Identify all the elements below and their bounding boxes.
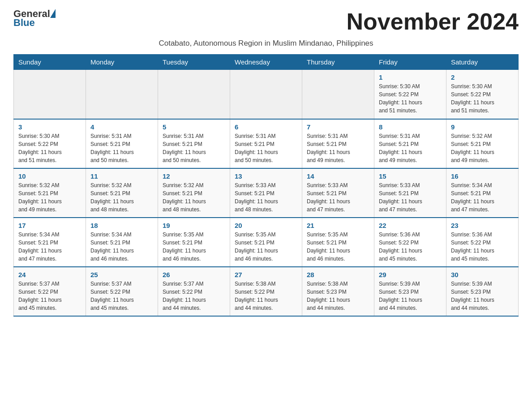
day-number: 15: [379, 172, 442, 180]
day-number: 27: [235, 271, 297, 278]
day-info: Sunrise: 5:31 AM Sunset: 5:21 PM Dayligh…: [90, 132, 153, 164]
day-info: Sunrise: 5:34 AM Sunset: 5:21 PM Dayligh…: [18, 231, 81, 263]
day-info: Sunrise: 5:37 AM Sunset: 5:22 PM Dayligh…: [90, 280, 153, 312]
calendar-cell: 23Sunrise: 5:36 AM Sunset: 5:22 PM Dayli…: [446, 218, 519, 267]
day-number: 28: [307, 271, 369, 278]
header: General Blue November 2024: [13, 9, 519, 34]
day-number: 8: [379, 123, 442, 131]
calendar-cell: 28Sunrise: 5:38 AM Sunset: 5:23 PM Dayli…: [302, 267, 374, 316]
day-number: 5: [163, 123, 225, 131]
day-number: 1: [379, 73, 442, 81]
calendar-cell: 15Sunrise: 5:33 AM Sunset: 5:21 PM Dayli…: [374, 168, 446, 218]
weekday-header-friday: Friday: [374, 55, 446, 70]
day-info: Sunrise: 5:30 AM Sunset: 5:22 PM Dayligh…: [451, 82, 514, 115]
calendar-cell: [302, 70, 374, 119]
day-info: Sunrise: 5:34 AM Sunset: 5:21 PM Dayligh…: [90, 231, 153, 263]
calendar-cell: 26Sunrise: 5:37 AM Sunset: 5:22 PM Dayli…: [158, 267, 230, 316]
calendar-cell: 22Sunrise: 5:36 AM Sunset: 5:22 PM Dayli…: [374, 218, 446, 267]
day-number: 12: [163, 172, 225, 180]
calendar-cell: [230, 70, 302, 119]
calendar-cell: 7Sunrise: 5:31 AM Sunset: 5:21 PM Daylig…: [302, 119, 374, 168]
day-info: Sunrise: 5:31 AM Sunset: 5:21 PM Dayligh…: [379, 132, 442, 164]
month-title: November 2024: [347, 9, 519, 34]
day-number: 19: [163, 222, 225, 229]
day-number: 3: [18, 123, 81, 131]
calendar-cell: 20Sunrise: 5:35 AM Sunset: 5:21 PM Dayli…: [230, 218, 302, 267]
calendar-cell: 5Sunrise: 5:31 AM Sunset: 5:21 PM Daylig…: [158, 119, 230, 168]
day-number: 14: [307, 172, 369, 180]
logo-triangle-icon: [50, 9, 56, 18]
day-info: Sunrise: 5:35 AM Sunset: 5:21 PM Dayligh…: [163, 231, 225, 263]
day-info: Sunrise: 5:33 AM Sunset: 5:21 PM Dayligh…: [307, 181, 369, 214]
day-info: Sunrise: 5:39 AM Sunset: 5:23 PM Dayligh…: [451, 280, 514, 312]
day-info: Sunrise: 5:37 AM Sunset: 5:22 PM Dayligh…: [163, 280, 225, 312]
calendar-table: SundayMondayTuesdayWednesdayThursdayFrid…: [13, 54, 519, 317]
weekday-header-sunday: Sunday: [14, 55, 86, 70]
day-number: 25: [90, 271, 153, 278]
day-info: Sunrise: 5:38 AM Sunset: 5:23 PM Dayligh…: [307, 280, 369, 312]
day-number: 13: [235, 172, 297, 180]
calendar-cell: 4Sunrise: 5:31 AM Sunset: 5:21 PM Daylig…: [86, 119, 158, 168]
day-number: 9: [451, 123, 514, 131]
day-number: 21: [307, 222, 369, 229]
calendar-cell: 19Sunrise: 5:35 AM Sunset: 5:21 PM Dayli…: [158, 218, 230, 267]
calendar-cell: 29Sunrise: 5:39 AM Sunset: 5:23 PM Dayli…: [374, 267, 446, 316]
day-info: Sunrise: 5:33 AM Sunset: 5:21 PM Dayligh…: [235, 181, 297, 214]
day-number: 20: [235, 222, 297, 229]
day-number: 29: [379, 271, 442, 278]
day-info: Sunrise: 5:31 AM Sunset: 5:21 PM Dayligh…: [307, 132, 369, 164]
day-number: 16: [451, 172, 514, 180]
day-number: 4: [90, 123, 153, 131]
day-number: 10: [18, 172, 81, 180]
calendar-cell: 25Sunrise: 5:37 AM Sunset: 5:22 PM Dayli…: [86, 267, 158, 316]
day-info: Sunrise: 5:32 AM Sunset: 5:21 PM Dayligh…: [163, 181, 225, 214]
day-info: Sunrise: 5:35 AM Sunset: 5:21 PM Dayligh…: [235, 231, 297, 263]
day-info: Sunrise: 5:31 AM Sunset: 5:21 PM Dayligh…: [163, 132, 225, 164]
day-number: 11: [90, 172, 153, 180]
day-number: 22: [379, 222, 442, 229]
calendar-cell: 6Sunrise: 5:31 AM Sunset: 5:21 PM Daylig…: [230, 119, 302, 168]
day-number: 30: [451, 271, 514, 278]
day-info: Sunrise: 5:36 AM Sunset: 5:22 PM Dayligh…: [379, 231, 442, 263]
calendar-week-4: 17Sunrise: 5:34 AM Sunset: 5:21 PM Dayli…: [14, 218, 519, 267]
calendar-cell: 12Sunrise: 5:32 AM Sunset: 5:21 PM Dayli…: [158, 168, 230, 218]
calendar-cell: 2Sunrise: 5:30 AM Sunset: 5:22 PM Daylig…: [446, 70, 519, 119]
weekday-header-saturday: Saturday: [446, 55, 519, 70]
day-info: Sunrise: 5:31 AM Sunset: 5:21 PM Dayligh…: [235, 132, 297, 164]
subtitle: Cotabato, Autonomous Region in Muslim Mi…: [13, 39, 519, 48]
day-info: Sunrise: 5:36 AM Sunset: 5:22 PM Dayligh…: [451, 231, 514, 263]
calendar-cell: 10Sunrise: 5:32 AM Sunset: 5:21 PM Dayli…: [14, 168, 86, 218]
calendar-cell: 16Sunrise: 5:34 AM Sunset: 5:21 PM Dayli…: [446, 168, 519, 218]
logo-blue-text: Blue: [13, 18, 56, 28]
day-number: 6: [235, 123, 297, 131]
day-info: Sunrise: 5:30 AM Sunset: 5:22 PM Dayligh…: [379, 82, 442, 115]
weekday-header-thursday: Thursday: [302, 55, 374, 70]
calendar-week-3: 10Sunrise: 5:32 AM Sunset: 5:21 PM Dayli…: [14, 168, 519, 218]
day-number: 2: [451, 73, 514, 81]
calendar-cell: 9Sunrise: 5:32 AM Sunset: 5:21 PM Daylig…: [446, 119, 519, 168]
calendar-cell: [14, 70, 86, 119]
calendar-cell: 27Sunrise: 5:38 AM Sunset: 5:22 PM Dayli…: [230, 267, 302, 316]
calendar-week-2: 3Sunrise: 5:30 AM Sunset: 5:22 PM Daylig…: [14, 119, 519, 168]
calendar-cell: 17Sunrise: 5:34 AM Sunset: 5:21 PM Dayli…: [14, 218, 86, 267]
calendar-cell: 13Sunrise: 5:33 AM Sunset: 5:21 PM Dayli…: [230, 168, 302, 218]
day-info: Sunrise: 5:32 AM Sunset: 5:21 PM Dayligh…: [451, 132, 514, 164]
day-number: 18: [90, 222, 153, 229]
day-number: 7: [307, 123, 369, 131]
calendar-cell: 18Sunrise: 5:34 AM Sunset: 5:21 PM Dayli…: [86, 218, 158, 267]
calendar-week-5: 24Sunrise: 5:37 AM Sunset: 5:22 PM Dayli…: [14, 267, 519, 316]
calendar-cell: [158, 70, 230, 119]
weekday-header-wednesday: Wednesday: [230, 55, 302, 70]
weekday-header-row: SundayMondayTuesdayWednesdayThursdayFrid…: [14, 55, 519, 70]
day-number: 17: [18, 222, 81, 229]
weekday-header-monday: Monday: [86, 55, 158, 70]
calendar-cell: 21Sunrise: 5:35 AM Sunset: 5:21 PM Dayli…: [302, 218, 374, 267]
day-number: 24: [18, 271, 81, 278]
calendar-cell: 1Sunrise: 5:30 AM Sunset: 5:22 PM Daylig…: [374, 70, 446, 119]
calendar-cell: 11Sunrise: 5:32 AM Sunset: 5:21 PM Dayli…: [86, 168, 158, 218]
day-info: Sunrise: 5:32 AM Sunset: 5:21 PM Dayligh…: [18, 181, 81, 214]
day-info: Sunrise: 5:38 AM Sunset: 5:22 PM Dayligh…: [235, 280, 297, 312]
day-info: Sunrise: 5:37 AM Sunset: 5:22 PM Dayligh…: [18, 280, 81, 312]
calendar-cell: 30Sunrise: 5:39 AM Sunset: 5:23 PM Dayli…: [446, 267, 519, 316]
day-info: Sunrise: 5:39 AM Sunset: 5:23 PM Dayligh…: [379, 280, 442, 312]
